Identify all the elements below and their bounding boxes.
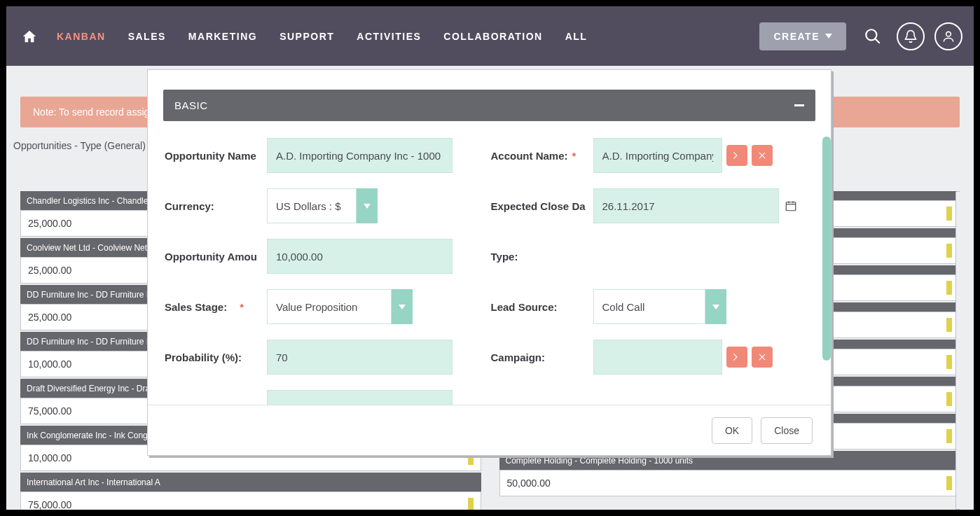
- modal-footer: OK Close: [148, 405, 831, 455]
- section-header-basic: BASIC: [163, 90, 815, 121]
- select-campaign-button[interactable]: [726, 347, 747, 368]
- modal-overlay: BASIC Opportunity Name Account Name:* Cu…: [6, 6, 974, 510]
- input-lead-source[interactable]: [593, 289, 705, 324]
- input-probability[interactable]: [267, 340, 453, 375]
- select-currency[interactable]: [267, 188, 487, 223]
- select-sales-stage[interactable]: [267, 289, 487, 324]
- label-probability: Probability (%):: [165, 351, 263, 363]
- input-account-name[interactable]: [593, 138, 722, 173]
- input-close-date[interactable]: [593, 188, 779, 223]
- input-next-step[interactable]: [267, 390, 453, 405]
- label-next-step: Next Step:: [165, 402, 263, 405]
- label-close-date: Expected Close Da: [491, 200, 589, 212]
- input-amount[interactable]: [267, 239, 453, 274]
- section-title: BASIC: [174, 99, 208, 111]
- label-sales-stage: Sales Stage:*: [165, 301, 263, 313]
- modal-scrollbar[interactable]: [822, 137, 831, 361]
- input-campaign[interactable]: [593, 340, 722, 375]
- select-account-button[interactable]: [726, 145, 747, 166]
- label-lead-source: Lead Source:: [491, 301, 589, 313]
- label-type: Type:: [491, 251, 589, 263]
- label-opportunity-name: Opportunity Name: [165, 150, 263, 162]
- close-button[interactable]: Close: [761, 417, 813, 444]
- chevron-down-icon[interactable]: [392, 289, 413, 324]
- calendar-icon[interactable]: [785, 200, 797, 212]
- edit-opportunity-modal: BASIC Opportunity Name Account Name:* Cu…: [147, 69, 831, 456]
- chevron-down-icon[interactable]: [705, 289, 726, 324]
- input-sales-stage[interactable]: [267, 289, 392, 324]
- clear-account-button[interactable]: [752, 145, 773, 166]
- collapse-icon[interactable]: [794, 104, 804, 106]
- label-campaign: Campaign:: [491, 351, 589, 363]
- label-currency: Currency:: [165, 200, 263, 212]
- clear-campaign-button[interactable]: [752, 347, 773, 368]
- label-account-name: Account Name:*: [491, 150, 589, 162]
- label-amount: Opportunity Amou: [165, 251, 263, 263]
- svg-rect-3: [786, 202, 796, 211]
- input-currency[interactable]: [267, 188, 357, 223]
- input-opportunity-name[interactable]: [267, 138, 453, 173]
- ok-button[interactable]: OK: [712, 417, 752, 444]
- chevron-down-icon[interactable]: [357, 188, 378, 223]
- select-lead-source[interactable]: [593, 289, 813, 324]
